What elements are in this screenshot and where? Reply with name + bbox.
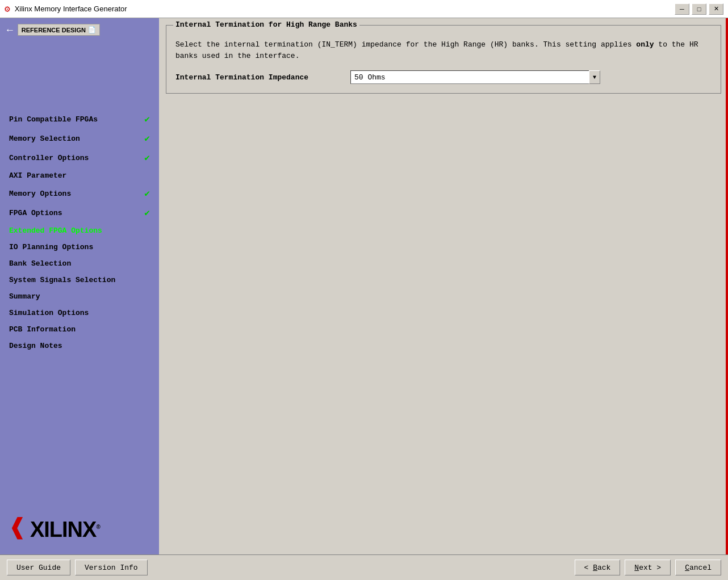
sidebar-item-label: Memory Selection bbox=[9, 135, 80, 143]
sidebar-item-label: Extended FPGA Options bbox=[9, 226, 102, 235]
sidebar-item-pcb-information[interactable]: PCB Information bbox=[0, 321, 159, 338]
user-guide-button[interactable]: User Guide bbox=[7, 560, 70, 575]
title-bar: ⚙ Xilinx Memory Interface Generator ─ □ … bbox=[0, 0, 728, 18]
checkmark-icon: ✔ bbox=[144, 188, 150, 199]
internal-termination-group: Internal Termination for High Range Bank… bbox=[166, 25, 721, 94]
group-description: Select the internal termination (IN_TERM… bbox=[175, 39, 712, 61]
sidebar-item-label: Bank Selection bbox=[9, 259, 71, 268]
right-panel: Internal Termination for High Range Bank… bbox=[159, 18, 728, 554]
app-icon: ⚙ bbox=[5, 3, 10, 15]
bottom-toolbar: User Guide Version Info < Back Next > Ca… bbox=[0, 554, 728, 580]
group-content: Select the internal termination (IN_TERM… bbox=[175, 39, 712, 84]
checkmark-icon: ✔ bbox=[144, 152, 150, 163]
sidebar-item-memory-selection[interactable]: Memory Selection✔ bbox=[0, 129, 159, 148]
sidebar-item-pin-compatible-fpgas[interactable]: Pin Compatible FPGAs✔ bbox=[0, 110, 159, 129]
title-bar-controls: ─ □ ✕ bbox=[675, 3, 723, 15]
sidebar-item-memory-options[interactable]: Memory Options✔ bbox=[0, 184, 159, 203]
description-bold: only bbox=[636, 40, 654, 49]
main-content: ← REFERENCE DESIGN 📄 Pin Compatible FPGA… bbox=[0, 18, 728, 554]
sidebar-nav: Pin Compatible FPGAs✔Memory Selection✔Co… bbox=[0, 110, 159, 354]
ref-design-label: REFERENCE DESIGN bbox=[22, 27, 86, 33]
next-button-label: Next > bbox=[634, 564, 661, 572]
sidebar: ← REFERENCE DESIGN 📄 Pin Compatible FPGA… bbox=[0, 18, 159, 554]
sidebar-item-label: FPGA Options bbox=[9, 209, 62, 217]
ref-design-icon: 📄 bbox=[88, 26, 96, 33]
toolbar-right: < Back Next > Cancel bbox=[575, 560, 721, 575]
sidebar-item-fpga-options[interactable]: FPGA Options✔ bbox=[0, 203, 159, 222]
sidebar-item-label: Summary bbox=[9, 292, 40, 301]
sidebar-spacer bbox=[0, 41, 159, 110]
xilinx-logo: ❰ XILINX® bbox=[9, 516, 150, 543]
toolbar-left: User Guide Version Info bbox=[7, 560, 148, 575]
sidebar-item-controller-options[interactable]: Controller Options✔ bbox=[0, 148, 159, 167]
checkmark-icon: ✔ bbox=[144, 207, 150, 218]
sidebar-item-label: Controller Options bbox=[9, 154, 89, 162]
description-line2: banks used in the interface. bbox=[175, 52, 299, 60]
xilinx-wordmark: XILINX® bbox=[30, 518, 100, 542]
xilinx-trademark: ® bbox=[96, 524, 99, 530]
sidebar-item-label: System Signals Selection bbox=[9, 276, 115, 284]
window-title: Xilinx Memory Interface Generator bbox=[15, 5, 127, 13]
ref-design-badge: REFERENCE DESIGN 📄 bbox=[18, 24, 100, 36]
minimize-button[interactable]: ─ bbox=[675, 3, 689, 15]
field-label: Internal Termination Impedance bbox=[175, 73, 346, 82]
description-part2: to the HR bbox=[654, 40, 698, 49]
description-part1: Select the internal termination (IN_TERM… bbox=[175, 40, 636, 49]
title-bar-left: ⚙ Xilinx Memory Interface Generator bbox=[5, 3, 127, 15]
sidebar-item-label: AXI Parameter bbox=[9, 171, 66, 180]
next-button[interactable]: Next > bbox=[625, 560, 671, 575]
xilinx-chevron-icon: ❰ bbox=[9, 516, 26, 543]
sidebar-item-label: IO Planning Options bbox=[9, 243, 93, 251]
sidebar-item-label: Design Notes bbox=[9, 342, 62, 350]
back-arrow-icon[interactable]: ← bbox=[7, 24, 13, 36]
sidebar-item-label: Simulation Options bbox=[9, 309, 89, 317]
sidebar-item-axi-parameter[interactable]: AXI Parameter bbox=[0, 167, 159, 184]
version-info-button[interactable]: Version Info bbox=[75, 560, 148, 575]
close-button[interactable]: ✕ bbox=[709, 3, 723, 15]
back-button[interactable]: < Back bbox=[575, 560, 621, 575]
sidebar-item-io-planning-options[interactable]: IO Planning Options bbox=[0, 239, 159, 255]
right-accent bbox=[726, 18, 728, 554]
sidebar-item-label: PCB Information bbox=[9, 325, 76, 334]
sidebar-item-summary[interactable]: Summary bbox=[0, 288, 159, 305]
sidebar-item-label: Memory Options bbox=[9, 190, 71, 198]
dropdown-wrapper: 50 Ohms 40 Ohms 60 Ohms DISABLED ▼ bbox=[350, 70, 600, 84]
sidebar-item-simulation-options[interactable]: Simulation Options bbox=[0, 305, 159, 321]
sidebar-logo: ❰ XILINX® bbox=[0, 505, 159, 554]
sidebar-item-design-notes[interactable]: Design Notes bbox=[0, 338, 159, 354]
sidebar-item-bank-selection[interactable]: Bank Selection bbox=[0, 255, 159, 272]
sidebar-item-system-signals-selection[interactable]: System Signals Selection bbox=[0, 272, 159, 288]
sidebar-item-extended-fpga-options[interactable]: Extended FPGA Options bbox=[0, 222, 159, 239]
checkmark-icon: ✔ bbox=[144, 114, 150, 125]
group-box-title: Internal Termination for High Range Bank… bbox=[173, 20, 359, 29]
termination-impedance-dropdown[interactable]: 50 Ohms 40 Ohms 60 Ohms DISABLED bbox=[350, 70, 600, 84]
back-button-label: < Back bbox=[584, 564, 611, 572]
cancel-button-label: Cancel bbox=[685, 564, 712, 572]
field-row: Internal Termination Impedance 50 Ohms 4… bbox=[175, 70, 712, 84]
sidebar-item-label: Pin Compatible FPGAs bbox=[9, 115, 98, 124]
sidebar-header: ← REFERENCE DESIGN 📄 bbox=[0, 18, 159, 41]
maximize-button[interactable]: □ bbox=[692, 3, 706, 15]
checkmark-icon: ✔ bbox=[144, 133, 150, 144]
cancel-button[interactable]: Cancel bbox=[675, 560, 721, 575]
